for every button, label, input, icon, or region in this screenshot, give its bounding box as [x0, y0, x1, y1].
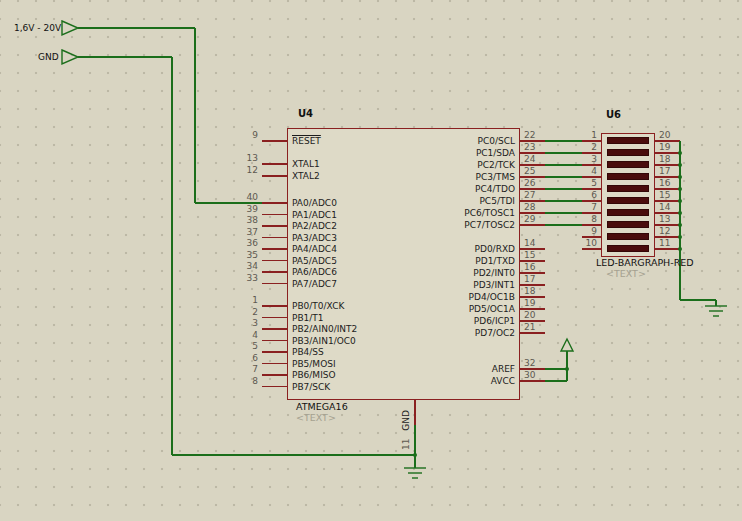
pin-number: 30: [524, 370, 535, 380]
input-terminal-icon[interactable]: [62, 50, 78, 64]
led-segment: [607, 233, 649, 240]
pin-number: 11: [659, 238, 670, 248]
pin-number: 8: [252, 376, 258, 386]
pin-name: PB2/AIN0/INT2: [292, 324, 357, 334]
pin-name: PA3/ADC3: [292, 233, 337, 243]
pin-name: PC6/TOSC1: [464, 208, 515, 218]
pin-number: 7: [252, 364, 258, 374]
pin-name: PA1/ADC1: [292, 210, 337, 220]
pin-number: 10: [586, 238, 597, 248]
pin-name: PB7/SCK: [292, 382, 330, 392]
led-segment: [607, 197, 649, 204]
pin-number: 14: [659, 202, 670, 212]
pin-number: 9: [591, 226, 597, 236]
wire-junction: [678, 175, 682, 179]
pin-number: 40: [247, 192, 258, 202]
wire-junction: [678, 151, 682, 155]
pin-number: 25: [524, 166, 535, 176]
pin-name: PD4/OC1B: [469, 292, 515, 302]
pin-name: PD1/TXD: [475, 256, 515, 266]
pin-number: 24: [524, 154, 535, 164]
input-terminal-icon[interactable]: [62, 21, 78, 35]
pin-number: 1: [591, 130, 597, 140]
pin-number: 6: [252, 353, 258, 363]
pin-number: 20: [659, 130, 670, 140]
pin-name: PA7/ADC7: [292, 279, 337, 289]
pin-name: PC0/SCL: [478, 136, 515, 146]
pin-number: 6: [591, 190, 597, 200]
schematic-canvas[interactable]: 1,6V - 20V GND U4 ATMEGA16 <TEXT> U6 LED…: [0, 0, 742, 521]
ground-icon[interactable]: [404, 468, 426, 478]
led-segment: [607, 245, 649, 252]
pin-name: PC4/TDO: [475, 184, 515, 194]
vin-terminal-label: 1,6V - 20V: [14, 23, 61, 33]
pin-number: 2: [591, 142, 597, 152]
gnd-terminal-label: GND: [38, 52, 59, 62]
pin-name: PB1/T1: [292, 313, 324, 323]
pin-number: 1: [252, 295, 258, 305]
pin-number: 15: [659, 190, 670, 200]
chip-ref-label[interactable]: U4: [298, 108, 313, 119]
pin-number: 13: [659, 214, 670, 224]
pin-number: 32: [524, 358, 535, 368]
pin-number: 38: [247, 215, 258, 225]
pin-name: PB3/AIN1/OC0: [292, 336, 356, 346]
pin-number: 22: [524, 130, 535, 140]
pin-number: 3: [591, 154, 597, 164]
pin-number: 29: [524, 214, 535, 224]
pin-number: 27: [524, 190, 535, 200]
pin-number: 16: [524, 262, 535, 272]
pin-number: 12: [247, 165, 258, 175]
led-segment: [607, 209, 649, 216]
wire-junction: [678, 235, 682, 239]
pin-number: 39: [247, 204, 258, 214]
pin-number: 7: [591, 202, 597, 212]
pin-number: 28: [524, 202, 535, 212]
pin-number: 14: [524, 238, 535, 248]
pin-number: 2: [252, 307, 258, 317]
pin-name: PA6/ADC6: [292, 267, 337, 277]
bargraph-ref-label[interactable]: U6: [606, 109, 621, 120]
pin-number: 23: [524, 142, 535, 152]
wire-junction: [678, 211, 682, 215]
pin-name: XTAL1: [292, 159, 320, 169]
power-arrow-icon[interactable]: [561, 339, 573, 351]
pin-number: 3: [252, 318, 258, 328]
pin-number: 8: [591, 214, 597, 224]
pin-name: GND: [401, 410, 411, 431]
wire-junction: [678, 187, 682, 191]
pin-number: 35: [247, 250, 258, 260]
pin-number: 9: [252, 130, 258, 140]
bargraph-part-label: LED-BARGRAPH-RED: [596, 258, 694, 268]
chip-part-label: ATMEGA16: [296, 402, 348, 412]
pin-name: PA5/ADC5: [292, 256, 337, 266]
bargraph-text-placeholder: <TEXT>: [606, 269, 646, 279]
pin-name: PA4/ADC4: [292, 244, 337, 254]
pin-name: RESET: [292, 136, 321, 146]
pin-number: 18: [659, 154, 670, 164]
pin-name: PC2/TCK: [477, 160, 515, 170]
wire-junction: [678, 163, 682, 167]
pin-name: PA0/ADC0: [292, 198, 337, 208]
chip-text-placeholder: <TEXT>: [296, 413, 336, 423]
pin-name: PC1/SDA: [476, 148, 515, 158]
pin-number: 15: [524, 250, 535, 260]
pin-number: 19: [524, 298, 535, 308]
pin-number: 4: [591, 166, 597, 176]
pin-name: PC7/TOSC2: [464, 220, 515, 230]
pin-number: 17: [524, 274, 535, 284]
led-segment: [607, 137, 649, 144]
pin-number: 26: [524, 178, 535, 188]
led-segment: [607, 221, 649, 228]
led-segment: [607, 149, 649, 156]
pin-number: 16: [659, 178, 670, 188]
pin-number: 18: [524, 286, 535, 296]
bottom-pin-label: 11 GND: [401, 410, 412, 450]
component-led-bargraph[interactable]: [601, 133, 655, 257]
pin-number: 20: [524, 310, 535, 320]
ground-icon[interactable]: [705, 306, 727, 316]
pin-number: 37: [247, 227, 258, 237]
wire-junction: [678, 199, 682, 203]
wire-junction: [678, 223, 682, 227]
pin-name: PC5/TDI: [479, 196, 515, 206]
